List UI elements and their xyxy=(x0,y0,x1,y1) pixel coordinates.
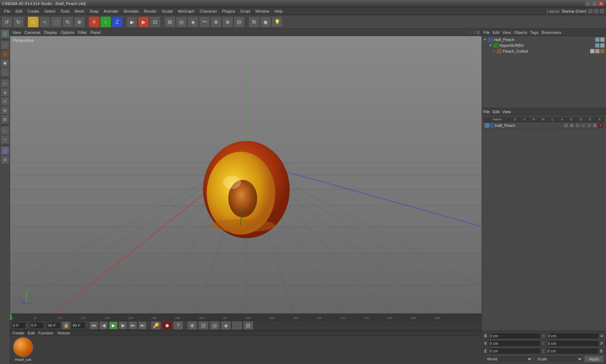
scale-tool[interactable]: Z xyxy=(112,17,123,27)
obj-menu-tags[interactable]: Tags xyxy=(530,30,539,35)
viewport-3d[interactable]: Perspective xyxy=(10,36,482,314)
grid-button[interactable]: ⊟ xyxy=(234,17,245,27)
timeline-btn2[interactable]: ⊡ xyxy=(198,321,208,330)
mat-menu-edit[interactable]: Edit xyxy=(28,331,35,335)
viewport-menu-cameras[interactable]: Cameras xyxy=(25,30,41,35)
boole-button[interactable]: ⊗ xyxy=(211,17,221,27)
viewport-layout-btn[interactable]: ⊡ xyxy=(1,30,9,38)
coord-apply-button[interactable]: Apply xyxy=(584,355,604,363)
close-button[interactable]: ✕ xyxy=(598,1,604,6)
menu-mesh[interactable]: Mesh xyxy=(72,8,87,14)
light-btn2[interactable]: 💡 xyxy=(272,17,282,27)
floor-button[interactable]: ⊞ xyxy=(164,17,175,27)
tool-7[interactable]: ∿ xyxy=(1,135,9,144)
attr-icon-2[interactable]: ⊕ xyxy=(569,123,574,128)
current-frame-input[interactable] xyxy=(12,322,26,329)
viewport-icon-1[interactable]: ↑ xyxy=(471,30,473,34)
xref-button[interactable]: ⊕ xyxy=(222,17,233,27)
menu-window[interactable]: Window xyxy=(253,8,272,14)
render-to-picture[interactable]: ⊡ xyxy=(150,17,161,27)
obj-vis-dot-2[interactable] xyxy=(595,43,600,48)
obj-row-half-peach[interactable]: ▼ Half_Peach xyxy=(483,37,605,43)
go-to-start-button[interactable]: ⏮ xyxy=(89,321,98,329)
obj-vis-dot-1[interactable] xyxy=(595,37,600,42)
record-button[interactable]: ⏺ xyxy=(162,321,172,330)
timeline-btn6[interactable]: ⊟ xyxy=(243,321,253,330)
menu-help[interactable]: Help xyxy=(272,8,285,14)
prev-frame-button[interactable]: ◀ xyxy=(99,321,108,329)
menu-sculpt[interactable]: Sculpt xyxy=(159,8,176,14)
maximize-button[interactable]: □ xyxy=(592,1,597,6)
new-object-button[interactable]: + xyxy=(39,17,50,27)
coord-p-input[interactable] xyxy=(605,340,606,347)
menu-script[interactable]: Script xyxy=(238,8,253,14)
menu-mograph[interactable]: MoGraph xyxy=(175,8,197,14)
obj-menu-bookmarks[interactable]: Bookmarks xyxy=(541,30,561,35)
minimize-button[interactable]: ─ xyxy=(585,1,591,6)
tool-6[interactable]: ∟ xyxy=(1,126,9,135)
obj-menu-view[interactable]: View xyxy=(502,30,511,35)
tool-3[interactable]: ⊡ xyxy=(1,97,9,106)
attr-check-half-peach[interactable] xyxy=(485,123,489,128)
edge-mode-btn[interactable]: ⬣ xyxy=(1,59,9,67)
attr-icon-7[interactable]: ✕ xyxy=(598,123,603,128)
coord-scale-dropdown[interactable]: Scale xyxy=(534,355,583,363)
light-button[interactable]: ◈ xyxy=(188,17,198,27)
obj-row-hypernurbs[interactable]: ▼ HyperNURBS xyxy=(483,43,605,48)
tool-2[interactable]: ◈ xyxy=(1,88,9,97)
end-frame-input2[interactable] xyxy=(71,322,85,329)
menu-tools[interactable]: Tools xyxy=(58,8,72,14)
go-to-end-button[interactable]: ⏭ xyxy=(128,321,137,329)
viewport-menu-options[interactable]: Options xyxy=(61,30,74,35)
menu-render[interactable]: Render xyxy=(141,8,159,14)
end-frame-input[interactable] xyxy=(47,322,61,329)
coord-y-input2[interactable] xyxy=(546,340,599,347)
tool-5[interactable]: ⊠ xyxy=(1,115,9,124)
attr-menu-view[interactable]: View xyxy=(502,110,511,114)
mat-menu-texture[interactable]: Texture xyxy=(57,331,70,335)
viewport-settings[interactable]: ◉ xyxy=(260,17,271,27)
attr-icon-6[interactable]: ⊟ xyxy=(592,123,597,128)
move-tool[interactable]: ✕ xyxy=(89,17,100,27)
layout-icon1[interactable] xyxy=(588,9,593,14)
motion-capture-button[interactable]: ? xyxy=(173,321,183,330)
obj-lock-dot-1[interactable] xyxy=(600,37,605,42)
scale-button[interactable]: ⊕ xyxy=(74,17,85,27)
obj-row-peach-cutted[interactable]: ▷ Peach_Cutted xyxy=(483,48,605,54)
layout-icon2[interactable] xyxy=(594,9,599,14)
attr-icon-1[interactable]: ⊡ xyxy=(563,123,568,128)
coord-x-input[interactable] xyxy=(488,333,541,339)
model-mode-btn[interactable]: ⬚ xyxy=(1,41,9,49)
viewport-icon-2[interactable]: ↓ xyxy=(474,30,475,34)
coord-h-input[interactable] xyxy=(605,333,606,339)
attr-icon-5[interactable]: ↕ xyxy=(587,123,592,128)
camera-button[interactable]: ◎ xyxy=(176,17,187,27)
coord-b-input[interactable] xyxy=(604,348,606,354)
undo-button[interactable]: ↺ xyxy=(1,17,12,27)
timeline-btn4[interactable]: ◈ xyxy=(221,321,231,330)
menu-edit[interactable]: Edit xyxy=(13,8,25,14)
tool-1[interactable]: ▷ xyxy=(1,79,9,88)
viewport-menu-filter[interactable]: Filter xyxy=(78,30,87,35)
menu-simulate[interactable]: Simulate xyxy=(121,8,141,14)
attr-menu-edit[interactable]: Edit xyxy=(493,110,500,114)
rotate-tool[interactable]: ○ xyxy=(100,17,111,27)
redo-button[interactable]: ↻ xyxy=(13,17,24,27)
lock-frame-button[interactable]: 🔒 xyxy=(62,321,70,329)
live-selection-button[interactable]: ⊙ xyxy=(28,17,39,27)
viewport-menu-panel[interactable]: Panel xyxy=(91,30,101,35)
obj-menu-file[interactable]: File xyxy=(483,30,490,35)
obj-vis-dot-3[interactable] xyxy=(590,49,594,53)
menu-create[interactable]: Create xyxy=(25,8,42,14)
attr-icon-4[interactable]: ↔ xyxy=(581,123,586,128)
next-frame-button[interactable]: ▶ xyxy=(119,321,127,329)
attr-icon-3[interactable]: ▷ xyxy=(575,123,580,128)
menu-character[interactable]: Character xyxy=(197,8,219,14)
attr-row-half-peach[interactable]: Half_Peach ⊡ ⊕ ▷ ↔ ↕ ⊟ ✕ xyxy=(483,122,605,129)
render-settings-button[interactable]: ▶ xyxy=(127,17,137,27)
menu-file[interactable]: File xyxy=(1,8,13,14)
spline-button[interactable]: 〜 xyxy=(199,17,210,27)
attr-menu-file[interactable]: File xyxy=(483,110,490,114)
coord-y-input[interactable] xyxy=(488,340,541,347)
frame-display[interactable] xyxy=(30,322,44,329)
